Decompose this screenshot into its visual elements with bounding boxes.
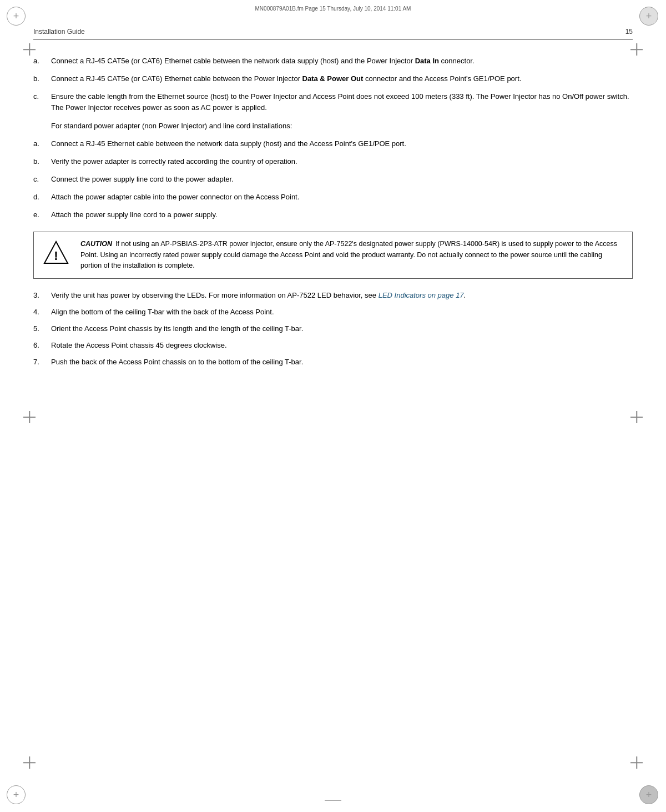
numbered-text-3: Verify the unit has power by observing t… — [51, 290, 633, 301]
numbered-item-6: 6. Rotate the Access Point chassis 45 de… — [33, 340, 633, 351]
list-text-bd: Attach the power adapter cable into the … — [51, 192, 633, 203]
crosshair-right-bot — [630, 756, 643, 769]
numbered-item-4: 4. Align the bottom of the ceiling T-bar… — [33, 307, 633, 318]
list-text-bb: Verify the power adapter is correctly ra… — [51, 156, 633, 167]
numbered-item-3: 3. Verify the unit has power by observin… — [33, 290, 633, 301]
main-content: a. Connect a RJ-45 CAT5e (or CAT6) Ether… — [33, 56, 633, 373]
svg-text:!: ! — [54, 249, 58, 263]
numbered-text-5: Orient the Access Point chassis by its l… — [51, 323, 633, 334]
header-left: Installation Guide — [33, 28, 85, 36]
numbered-label-6: 6. — [33, 340, 51, 351]
list-label-bd: d. — [33, 192, 51, 203]
list-item-a: a. Connect a RJ-45 CAT5e (or CAT6) Ether… — [33, 56, 633, 67]
crosshair-left-bot — [23, 756, 36, 769]
numbered-label-3: 3. — [33, 290, 51, 301]
crosshair-right-mid — [630, 411, 643, 423]
numbered-label-5: 5. — [33, 323, 51, 334]
caution-text-cell: CAUTIONIf not using an AP-PSBIAS-2P3-ATR… — [78, 232, 632, 278]
list-item-b: b. Connect a RJ-45 CAT5e (or CAT6) Ether… — [33, 73, 633, 84]
list-item-bc: c. Connect the power supply line cord to… — [33, 174, 633, 185]
numbered-item-7: 7. Push the back of the Access Point cha… — [33, 357, 633, 368]
file-info-bar: MN000879A01B.fm Page 15 Thursday, July 1… — [33, 6, 633, 12]
numbered-label-7: 7. — [33, 357, 51, 368]
corner-decoration-tr — [639, 7, 659, 27]
list-label-a: a. — [33, 56, 51, 67]
list-label-b: b. — [33, 73, 51, 84]
list-item-be: e. Attach the power supply line cord to … — [33, 209, 633, 220]
corner-circle-tr — [639, 7, 658, 26]
list-label-bb: b. — [33, 156, 51, 167]
list-item-bb: b. Verify the power adapter is correctly… — [33, 156, 633, 167]
list-item-c: c. Ensure the cable length from the Ethe… — [33, 91, 633, 113]
corner-circle-bl — [7, 785, 26, 804]
corner-circle-br — [639, 785, 658, 804]
list-text-b: Connect a RJ-45 CAT5e (or CAT6) Ethernet… — [51, 73, 633, 84]
corner-decoration-br — [639, 785, 659, 805]
corner-circle-tl — [7, 7, 26, 26]
numbered-label-4: 4. — [33, 307, 51, 318]
list-label-ba: a. — [33, 138, 51, 149]
list-label-be: e. — [33, 209, 51, 220]
numbered-item-5: 5. Orient the Access Point chassis by it… — [33, 323, 633, 334]
list-item-bd: d. Attach the power adapter cable into t… — [33, 192, 633, 203]
list-text-be: Attach the power supply line cord to a p… — [51, 209, 633, 220]
list-label-c: c. — [33, 91, 51, 113]
page-container: MN000879A01B.fm Page 15 Thursday, July 1… — [0, 0, 666, 812]
crosshair-left-mid — [23, 411, 36, 423]
corner-decoration-tl — [7, 7, 27, 27]
numbered-text-6: Rotate the Access Point chassis 45 degre… — [51, 340, 633, 351]
caution-icon-cell: ! — [34, 232, 78, 273]
caution-triangle-icon: ! — [43, 240, 69, 265]
file-info-text: MN000879A01B.fm Page 15 Thursday, July 1… — [255, 6, 411, 12]
numbered-text-7: Push the back of the Access Point chassi… — [51, 357, 633, 368]
list-text-c: Ensure the cable length from the Etherne… — [51, 91, 633, 113]
list-item-ba: a. Connect a RJ-45 Ethernet cable betwee… — [33, 138, 633, 149]
caution-box: ! CAUTIONIf not using an AP-PSBIAS-2P3-A… — [33, 232, 633, 278]
header-line: Installation Guide 15 — [33, 28, 633, 39]
list-label-bc: c. — [33, 174, 51, 185]
numbered-text-4: Align the bottom of the ceiling T-bar wi… — [51, 307, 633, 318]
list-text-a: Connect a RJ-45 CAT5e (or CAT6) Ethernet… — [51, 56, 633, 67]
list-text-ba: Connect a RJ-45 Ethernet cable between t… — [51, 138, 633, 149]
led-indicators-link[interactable]: LED Indicators on page 17 — [379, 291, 464, 299]
page-number: 15 — [625, 28, 633, 36]
list-text-bc: Connect the power supply line cord to th… — [51, 174, 633, 185]
bottom-center-mark — [325, 800, 341, 801]
caution-text: If not using an AP-PSBIAS-2P3-ATR power … — [80, 240, 617, 269]
caution-label: CAUTION — [80, 240, 112, 248]
header-section: Installation Guide 15 — [33, 28, 633, 51]
corner-decoration-bl — [7, 785, 27, 805]
bottom-center-line — [325, 800, 341, 801]
section-intro: For standard power adapter (non Power In… — [51, 121, 633, 132]
